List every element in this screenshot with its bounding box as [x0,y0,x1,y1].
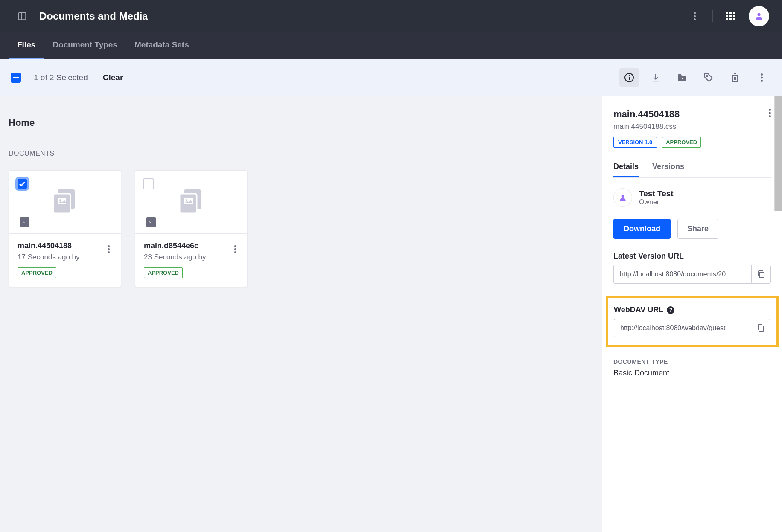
tab-bar: Files Document Types Metadata Sets [0,32,782,59]
card-checkbox[interactable] [17,178,28,189]
panel-title: main.44504188 [613,109,771,120]
selection-bar: 1 of 2 Selected Clear [0,59,782,96]
svg-rect-15 [13,77,19,78]
user-avatar[interactable] [749,6,769,26]
card-subtitle: 17 Seconds ago by ... [18,253,112,262]
select-all-checkbox[interactable] [11,73,21,83]
svg-rect-7 [733,12,735,14]
header-more-icon[interactable] [685,7,704,26]
svg-rect-5 [726,12,728,14]
tab-document-types[interactable]: Document Types [44,32,126,59]
document-type-label: DOCUMENT TYPE [613,358,771,365]
download-icon[interactable] [646,68,665,87]
svg-point-18 [629,75,630,76]
svg-point-19 [706,75,708,76]
panel-filename: main.44504188.css [613,122,771,131]
apps-grid-icon[interactable] [721,7,740,26]
svg-point-2 [694,12,696,14]
status-badge: APPROVED [144,267,183,278]
svg-point-44 [622,195,624,198]
svg-rect-8 [726,15,728,17]
svg-point-28 [59,199,61,201]
card-title: main.44504188 [18,241,112,250]
help-icon[interactable]: ? [667,306,674,314]
tab-metadata-sets[interactable]: Metadata Sets [126,32,198,59]
svg-rect-9 [729,15,732,17]
svg-point-31 [108,248,110,250]
svg-rect-12 [729,18,732,20]
status-badge: APPROVED [18,267,56,278]
scrollbar[interactable] [774,96,782,211]
svg-rect-45 [759,272,764,278]
card-title: main.d8544e6c [144,241,239,250]
latest-url-input[interactable] [613,265,751,284]
header-divider [712,10,713,22]
copy-latest-url-icon[interactable] [751,265,771,284]
svg-point-24 [761,80,763,82]
page-title: Documents and Media [39,10,148,22]
card-checkbox[interactable] [143,178,154,189]
info-icon[interactable] [619,68,639,87]
panel-tab-details[interactable]: Details [613,162,639,177]
status-badge: APPROVED [662,137,701,148]
svg-point-3 [694,15,696,17]
svg-rect-0 [19,12,26,20]
webdav-highlight-block: WebDAV URL ? [606,296,779,347]
svg-rect-11 [726,18,728,20]
main-content: Home DOCUMENTS >_ main.44504188 17 Secon… [0,96,602,532]
svg-point-30 [108,245,110,247]
tab-files[interactable]: Files [9,32,44,59]
clear-selection-button[interactable]: Clear [103,73,123,82]
panel-tab-versions[interactable]: Versions [652,162,684,177]
download-button[interactable]: Download [613,219,671,239]
file-preview-icon [178,189,204,215]
svg-point-39 [234,248,236,250]
svg-point-36 [186,199,187,201]
document-card[interactable]: >_ main.44504188 17 Seconds ago by ... A… [9,170,121,287]
webdav-url-input[interactable] [614,319,751,337]
svg-text:>_: >_ [149,221,153,224]
section-label-documents: DOCUMENTS [9,150,593,157]
svg-point-42 [769,112,771,114]
owner-name: Test Test [639,189,674,198]
svg-point-14 [757,13,760,16]
svg-rect-13 [733,18,735,20]
selection-more-icon[interactable] [752,68,771,87]
webdav-url-label: WebDAV URL [614,305,663,314]
code-file-icon: >_ [146,217,156,227]
svg-point-41 [769,109,771,111]
latest-url-label: Latest Version URL [613,252,771,261]
svg-point-40 [234,251,236,253]
owner-avatar-icon [613,188,632,207]
tag-icon[interactable] [699,68,718,87]
app-header: Documents and Media [0,0,782,32]
svg-rect-46 [759,326,764,331]
svg-point-43 [769,115,771,117]
delete-icon[interactable] [725,68,745,87]
svg-rect-6 [729,12,732,14]
document-type-value: Basic Document [613,369,771,378]
svg-point-38 [234,245,236,247]
panel-toggle-icon[interactable] [13,7,32,26]
svg-rect-10 [733,15,735,17]
owner-role: Owner [639,198,674,206]
svg-point-32 [108,251,110,253]
share-button[interactable]: Share [677,219,718,239]
svg-point-4 [694,18,696,20]
file-preview-icon [52,189,78,215]
breadcrumb[interactable]: Home [9,117,593,128]
copy-webdav-url-icon[interactable] [751,319,770,337]
move-icon[interactable] [672,68,692,87]
selection-count: 1 of 2 Selected [34,73,88,82]
card-more-icon[interactable] [229,243,241,255]
svg-point-23 [761,76,763,78]
svg-text:>_: >_ [23,221,27,224]
code-file-icon: >_ [20,217,29,227]
details-panel: main.44504188 main.44504188.css VERSION … [602,96,782,532]
document-card[interactable]: >_ main.d8544e6c 23 Seconds ago by ... A… [135,170,248,287]
card-subtitle: 23 Seconds ago by ... [144,253,239,262]
card-more-icon[interactable] [103,243,115,255]
version-badge: VERSION 1.0 [613,137,657,148]
svg-point-22 [761,73,763,76]
panel-more-icon[interactable] [769,109,771,119]
